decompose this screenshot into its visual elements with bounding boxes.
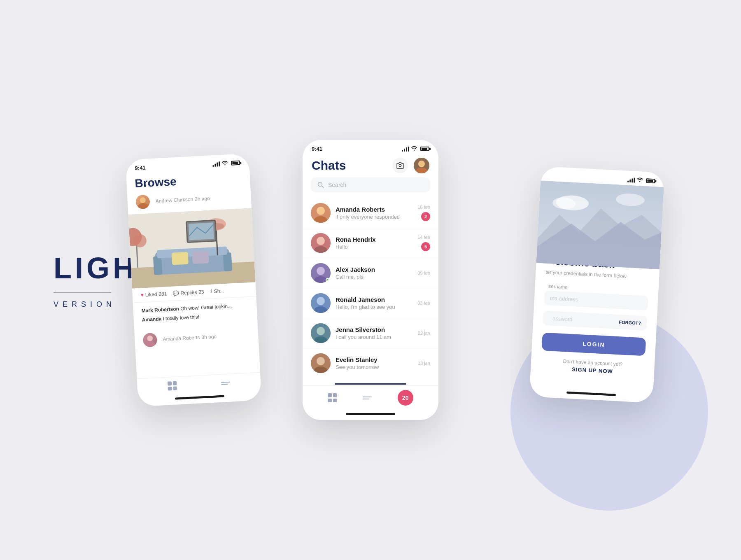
login-form: Welcome back ter your credentials in the… bbox=[530, 254, 660, 385]
chat-name: Rona Hendrix bbox=[336, 236, 412, 243]
battery-icon bbox=[231, 161, 240, 166]
svg-point-39 bbox=[317, 327, 325, 335]
grid-nav-icon[interactable] bbox=[168, 381, 177, 390]
chat-preview: See you tomorrow bbox=[336, 364, 413, 370]
brand-divider bbox=[54, 292, 111, 293]
svg-point-36 bbox=[317, 297, 325, 305]
profile-avatar[interactable] bbox=[414, 158, 429, 173]
avatar-evelin bbox=[311, 353, 331, 373]
chat-date: 14 feb bbox=[417, 235, 430, 240]
chat-meta: 16 feb 2 bbox=[417, 205, 430, 221]
avatar-andrew bbox=[135, 194, 150, 209]
avatar-alex bbox=[311, 263, 331, 283]
avatar-rona bbox=[311, 233, 331, 253]
commenter-1-text: Oh wow! Great lookin... bbox=[180, 303, 232, 312]
status-icons-left bbox=[212, 160, 240, 167]
chat-info-rona: Rona Hendrix Hello bbox=[336, 236, 412, 250]
svg-point-27 bbox=[317, 207, 325, 215]
avatar-jenna bbox=[311, 323, 331, 343]
chat-item[interactable]: Alex Jackson Call me, pls 09 feb bbox=[303, 258, 438, 288]
chat-name: Ronald Jameson bbox=[336, 296, 412, 303]
svg-point-18 bbox=[147, 335, 153, 341]
post-image bbox=[128, 208, 255, 288]
password-input-row[interactable]: Password FORGOT? bbox=[543, 311, 647, 331]
chat-meta: 09 feb bbox=[417, 271, 430, 275]
liked-label: Liked bbox=[145, 292, 157, 298]
chat-preview: Call me, pls bbox=[336, 274, 412, 280]
like-action[interactable]: ♥ Liked 281 bbox=[140, 291, 167, 298]
chat-name: Amanda Roberts bbox=[336, 206, 412, 213]
status-icons-center bbox=[402, 146, 429, 152]
svg-point-20 bbox=[399, 164, 401, 167]
replies-action[interactable]: 💬 Replies 25 bbox=[172, 289, 204, 296]
chat-date: 09 feb bbox=[417, 271, 430, 275]
share-label: Sh... bbox=[214, 288, 224, 294]
search-bar[interactable]: Search bbox=[311, 177, 430, 192]
wifi-icon bbox=[222, 161, 228, 166]
heart-icon: ♥ bbox=[140, 292, 144, 298]
grid-nav-icon-chats[interactable] bbox=[328, 393, 337, 402]
chat-preview: Hello, i'm glad to see you bbox=[336, 304, 412, 310]
battery-icon-right bbox=[646, 178, 655, 183]
online-indicator bbox=[326, 278, 330, 282]
status-icons-right bbox=[627, 177, 655, 184]
signup-link[interactable]: SIGN UP NOW bbox=[541, 364, 644, 376]
phone-chats: 9:41 Chats bbox=[303, 140, 438, 420]
chat-item[interactable]: Rona Hendrix Hello 14 feb 5 bbox=[303, 228, 438, 258]
svg-point-33 bbox=[317, 267, 325, 275]
signup-section: Don't have an account yet? SIGN UP NOW bbox=[541, 357, 645, 376]
search-placeholder: Search bbox=[328, 182, 346, 188]
login-bg-image bbox=[536, 181, 664, 269]
battery-icon-center bbox=[420, 147, 429, 151]
chat-meta: 18 jan bbox=[418, 361, 430, 366]
svg-point-30 bbox=[317, 237, 325, 245]
chat-item[interactable]: Jenna Silverston I call you around 11:am… bbox=[303, 318, 438, 348]
svg-rect-6 bbox=[223, 252, 232, 271]
chat-item[interactable]: Amanda Roberts if only everyone responde… bbox=[303, 198, 438, 228]
phone-browse: 9:41 Browse bbox=[126, 154, 262, 407]
chat-name: Jenna Silverston bbox=[336, 326, 413, 333]
chat-date: 18 jan bbox=[418, 361, 430, 366]
svg-rect-9 bbox=[192, 251, 209, 264]
share-action[interactable]: ⤴ Sh... bbox=[210, 288, 224, 294]
avatar-amanda-roberts bbox=[311, 203, 331, 223]
badge-count: 20 bbox=[402, 394, 409, 401]
chat-item[interactable]: Ronald Jameson Hello, i'm glad to see yo… bbox=[303, 288, 438, 318]
signal-icon bbox=[212, 161, 220, 167]
forgot-link[interactable]: FORGOT? bbox=[619, 320, 641, 326]
chat-meta: 22 jan bbox=[418, 331, 430, 336]
login-button[interactable]: LOGIN bbox=[541, 332, 646, 356]
home-indicator-left bbox=[175, 395, 224, 399]
wifi-icon-center bbox=[411, 146, 417, 152]
avatar-ronald bbox=[311, 293, 331, 313]
password-group: Password FORGOT? bbox=[543, 311, 647, 331]
replies-label: Replies bbox=[180, 289, 197, 296]
phone-login: Welcome back ter your credentials in the… bbox=[529, 166, 665, 403]
status-bar-center: 9:41 bbox=[303, 140, 438, 154]
search-icon bbox=[317, 182, 324, 188]
chat-meta: 03 feb bbox=[417, 301, 430, 306]
svg-point-0 bbox=[140, 197, 146, 203]
signal-icon-right bbox=[627, 177, 635, 182]
chat-info-alex: Alex Jackson Call me, pls bbox=[336, 266, 412, 280]
filter-nav-icon[interactable] bbox=[363, 397, 372, 399]
chats-title: Chats bbox=[312, 159, 346, 173]
chat-list: Amanda Roberts if only everyone responde… bbox=[303, 198, 438, 382]
commenter-2-text: I totally love this! bbox=[163, 314, 199, 322]
home-indicator-center bbox=[346, 413, 395, 415]
chat-item[interactable]: Evelin Stanley See you tomorrow 18 jan bbox=[303, 348, 438, 378]
nav-badge[interactable]: 20 bbox=[398, 390, 413, 406]
password-placeholder: Password bbox=[549, 315, 573, 322]
commenter-2-name: Amanda bbox=[142, 316, 162, 323]
replies-count: 25 bbox=[198, 289, 204, 295]
chat-name: Evelin Stanley bbox=[336, 356, 413, 363]
svg-line-25 bbox=[322, 186, 324, 188]
svg-point-1 bbox=[138, 203, 148, 209]
chat-info-jenna: Jenna Silverston I call you around 11:am bbox=[336, 326, 413, 340]
list-nav-icon[interactable] bbox=[221, 381, 230, 385]
wifi-icon-right bbox=[637, 177, 643, 184]
chat-name: Alex Jackson bbox=[336, 266, 412, 273]
camera-button[interactable] bbox=[392, 158, 408, 173]
bubble-icon: 💬 bbox=[172, 290, 179, 296]
unread-badge: 2 bbox=[421, 212, 430, 221]
